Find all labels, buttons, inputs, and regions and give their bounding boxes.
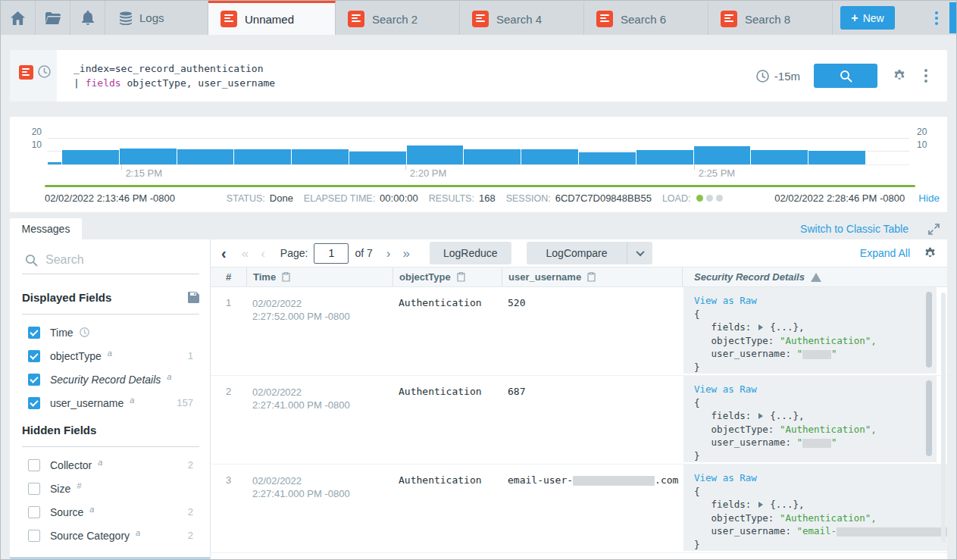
histogram-bar[interactable]: [62, 150, 119, 164]
time-range-value: -15m: [774, 70, 800, 83]
histogram-bars[interactable]: [48, 145, 865, 164]
view-as-raw-link[interactable]: View as Raw: [694, 383, 757, 395]
notifications-tab[interactable]: [70, 1, 105, 35]
histogram-bar[interactable]: [292, 149, 349, 164]
query-settings-button[interactable]: [893, 69, 906, 83]
field-item-source-category[interactable]: Source Category a 2: [22, 524, 199, 547]
query-editor[interactable]: _index=sec_record_authentication | field…: [57, 50, 275, 102]
table-row[interactable]: 1 02/02/20222:27:52.000 PM -0800 Authent…: [211, 287, 947, 376]
tab-search-2[interactable]: Search 2: [336, 1, 460, 35]
field-count: 2: [188, 530, 199, 541]
messages-tab-row: Messages Switch to Classic Table: [10, 218, 947, 239]
search-doc-icon: [348, 11, 364, 27]
checkbox-checked[interactable]: [28, 350, 40, 362]
histogram-bar[interactable]: [694, 146, 751, 164]
checkbox-checked[interactable]: [28, 374, 40, 386]
tab-search-8-label: Search 8: [745, 13, 790, 26]
field-search[interactable]: [22, 250, 199, 274]
fullscreen-expand-icon[interactable]: [928, 224, 940, 235]
histogram-bar[interactable]: [48, 162, 61, 164]
logcompare-button[interactable]: LogCompare: [527, 242, 627, 264]
clipboard-icon[interactable]: [282, 272, 290, 282]
histogram-bar[interactable]: [521, 149, 578, 164]
next-page-button[interactable]: ›: [386, 247, 391, 260]
field-item-collector[interactable]: Collector a 2: [22, 453, 199, 477]
time-field-clock-icon: [80, 327, 89, 337]
tab-search-4[interactable]: Search 4: [460, 1, 584, 35]
checkbox-checked[interactable]: [28, 327, 40, 339]
expand-all-link[interactable]: Expand All: [860, 247, 910, 259]
histogram-bar[interactable]: [234, 149, 291, 164]
prev-page-button[interactable]: ‹: [261, 247, 265, 260]
tab-search-8[interactable]: Search 8: [708, 1, 833, 35]
view-as-raw-link[interactable]: View as Raw: [694, 295, 757, 306]
chevron-down-icon: [636, 248, 644, 256]
checkbox-unchecked[interactable]: [28, 459, 40, 471]
header-time[interactable]: Time: [246, 267, 392, 286]
histogram-bar[interactable]: [636, 150, 693, 164]
tab-bar-scroll-handle[interactable]: [949, 2, 956, 33]
first-page-button[interactable]: «: [242, 247, 249, 260]
last-page-button[interactable]: »: [402, 247, 409, 260]
histogram-bar[interactable]: [120, 149, 177, 164]
histogram-bar[interactable]: [464, 149, 521, 164]
field-item-source[interactable]: Source a 2: [22, 500, 199, 524]
home-tab[interactable]: [1, 1, 36, 35]
view-as-raw-link[interactable]: View as Raw: [694, 472, 757, 483]
clipboard-icon[interactable]: [587, 272, 596, 282]
y-axis-right: 20 10: [909, 129, 947, 165]
new-tab-button[interactable]: + New: [840, 6, 895, 30]
checkbox-unchecked[interactable]: [28, 530, 40, 542]
page-number-input[interactable]: [314, 243, 349, 264]
header-user-username[interactable]: user_username: [502, 267, 682, 286]
sidebar-horizontal-scrollbar[interactable]: [10, 557, 210, 560]
table-row[interactable]: 2 02/02/20222:27:41.000 PM -0800 Authent…: [211, 376, 947, 465]
library-tab[interactable]: [36, 1, 70, 35]
switch-to-classic-table-link[interactable]: Switch to Classic Table: [800, 223, 909, 235]
cell-user-username: 520: [502, 287, 682, 375]
hide-histogram-link[interactable]: Hide: [918, 192, 940, 204]
tab-search-6[interactable]: Search 6: [584, 1, 708, 35]
expand-triangle-icon[interactable]: [758, 413, 763, 419]
results-toolbar: ‹ « ‹ Page: of 7 › » LogReduce LogCompar…: [211, 239, 947, 267]
tab-overflow-menu[interactable]: [924, 1, 949, 35]
table-settings-button[interactable]: [924, 247, 937, 260]
collapse-sidebar-chevron[interactable]: ‹: [217, 246, 231, 261]
field-item-size[interactable]: Size #: [22, 477, 199, 500]
histogram-bar[interactable]: [808, 151, 865, 164]
field-search-input[interactable]: [45, 253, 174, 267]
row-number: 2: [211, 376, 246, 464]
checkbox-unchecked[interactable]: [28, 483, 40, 495]
save-fields-icon[interactable]: [188, 292, 199, 303]
field-item-objecttype[interactable]: objectType a 1: [22, 344, 199, 368]
histogram-bar[interactable]: [177, 149, 234, 164]
clipboard-icon[interactable]: [457, 272, 465, 282]
histogram-bar[interactable]: [751, 150, 808, 164]
logreduce-button[interactable]: LogReduce: [430, 242, 511, 264]
run-search-button[interactable]: [814, 64, 877, 88]
field-item-security-record-details[interactable]: Security Record Details a: [22, 368, 199, 391]
session-label: SESSION:: [506, 193, 551, 204]
checkbox-unchecked[interactable]: [28, 506, 40, 518]
histogram-bar[interactable]: [579, 152, 636, 164]
time-range-selector[interactable]: -15m: [756, 70, 800, 83]
field-item-user-username[interactable]: user_username a 157: [22, 391, 199, 415]
tab-logs[interactable]: Logs: [105, 1, 208, 35]
checkbox-checked[interactable]: [28, 397, 40, 409]
header-security-record-details[interactable]: Security Record Details: [682, 267, 947, 286]
details-scrollbar[interactable]: [926, 292, 932, 368]
table-row[interactable]: 3 02/02/20222:27:41.000 PM -0800 Authent…: [211, 465, 947, 553]
query-more-menu[interactable]: [921, 66, 930, 86]
results-vertical-scrollbar[interactable]: [941, 293, 946, 543]
logcompare-dropdown-button[interactable]: [627, 242, 652, 264]
expand-triangle-icon[interactable]: [758, 502, 763, 508]
field-item-time[interactable]: Time: [22, 321, 199, 344]
header-objecttype[interactable]: objectType: [392, 267, 502, 286]
histogram-bar[interactable]: [407, 145, 464, 164]
tab-messages[interactable]: Messages: [10, 218, 82, 239]
histogram-bar[interactable]: [349, 152, 406, 164]
history-clock-icon[interactable]: [38, 65, 51, 78]
expand-triangle-icon[interactable]: [758, 324, 763, 330]
details-scrollbar[interactable]: [926, 380, 932, 456]
tab-unnamed[interactable]: Unnamed: [208, 1, 336, 35]
